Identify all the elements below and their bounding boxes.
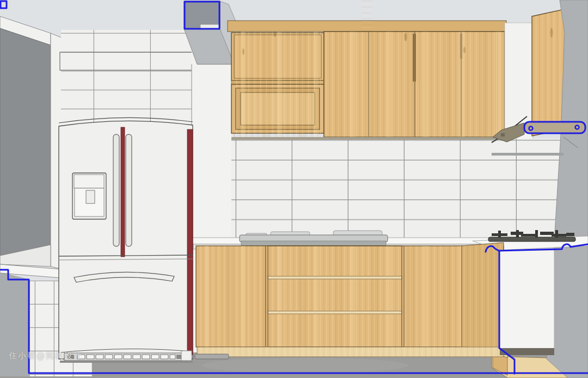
fridge-red-trim-right xyxy=(187,129,193,355)
left-half-wall-panel[interactable] xyxy=(0,272,30,376)
hood-logo xyxy=(501,133,505,137)
refrigerator[interactable] xyxy=(59,117,193,363)
grille-cap-left xyxy=(68,355,74,359)
toe-kick-grain xyxy=(197,347,504,357)
wood-knot xyxy=(242,48,244,55)
dispenser-cup-recess xyxy=(86,190,95,203)
water-dispenser[interactable] xyxy=(72,173,106,219)
backsplash-tiles xyxy=(231,140,505,238)
floor-sheen xyxy=(201,358,408,373)
hood-rail xyxy=(492,153,564,156)
fridge-handle-right[interactable] xyxy=(126,134,132,246)
kitchen-3d-viewport: 住小帮@简构设计 xyxy=(0,0,588,378)
range-hood-bottom-panel[interactable] xyxy=(524,122,585,133)
drawer-gap-1 xyxy=(268,276,402,279)
corner-grain xyxy=(462,243,504,348)
drawer-gap-2 xyxy=(268,311,402,314)
wood-knot xyxy=(274,32,276,37)
fridge-handle-left[interactable] xyxy=(113,134,119,246)
base-cabinets[interactable] xyxy=(196,243,504,357)
wood-knot xyxy=(463,47,465,53)
fridge-floor-shadow xyxy=(60,361,193,363)
fridge-red-trim-center xyxy=(121,127,125,257)
right-counter-cabinet[interactable] xyxy=(500,250,554,355)
base-grain2 xyxy=(196,246,504,347)
cabinet-underside-shadow xyxy=(231,137,505,140)
window-glass xyxy=(0,28,51,256)
upper-cabinet-grain2 xyxy=(231,32,505,137)
window xyxy=(0,16,63,269)
column-base xyxy=(181,351,192,361)
grille-slots xyxy=(77,355,175,359)
floor-drain xyxy=(195,354,229,359)
wood-knot xyxy=(405,33,407,41)
wood-knot xyxy=(550,28,553,38)
